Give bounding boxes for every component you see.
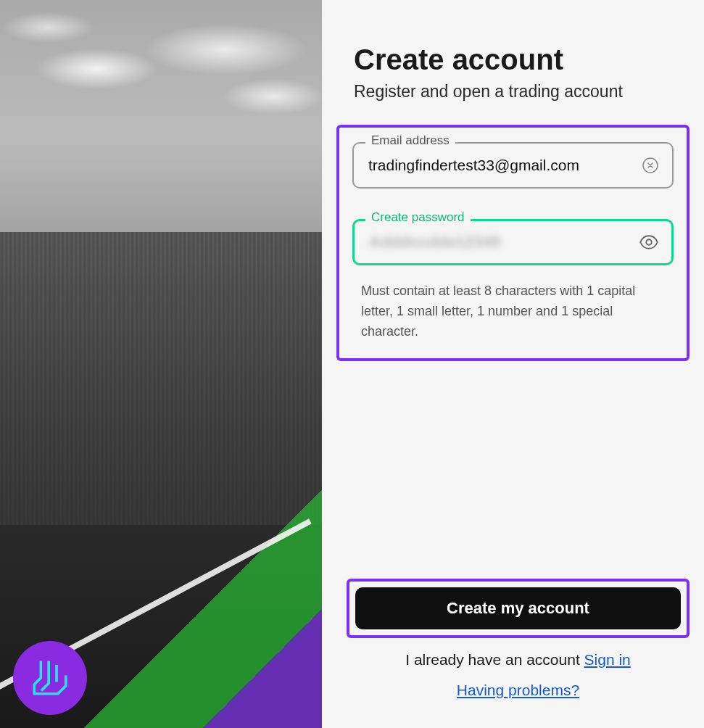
close-circle-icon — [642, 157, 659, 174]
create-account-button[interactable]: Create my account — [355, 587, 681, 629]
sign-in-link[interactable]: Sign in — [584, 651, 631, 668]
svg-point-1 — [646, 239, 651, 244]
email-field-wrap: Email address — [352, 142, 674, 189]
toggle-password-visibility-button[interactable] — [639, 232, 659, 252]
hero-image-panel — [0, 0, 322, 728]
password-label: Create password — [365, 210, 471, 225]
eye-icon — [639, 232, 659, 252]
already-have-text: I already have an account — [405, 651, 584, 668]
email-label: Email address — [365, 133, 455, 148]
signin-row: I already have an account Sign in — [354, 651, 682, 669]
email-input[interactable] — [352, 142, 674, 189]
password-input[interactable]: Adddccdde12349 — [352, 219, 674, 265]
password-masked-value: Adddccdde12349 — [369, 233, 500, 252]
page-title: Create account — [354, 44, 682, 76]
password-hint: Must contain at least 8 characters with … — [361, 281, 665, 342]
form-highlight-box: Email address Create password Adddccdde1… — [336, 125, 689, 361]
clear-email-button[interactable] — [642, 157, 659, 174]
form-panel: Create account Register and open a tradi… — [322, 0, 704, 728]
brand-logo-badge — [13, 641, 87, 715]
brand-logo-icon — [29, 657, 71, 699]
having-problems-link[interactable]: Having problems? — [354, 682, 682, 699]
page-subtitle: Register and open a trading account — [354, 82, 682, 102]
password-field-wrap: Create password Adddccdde12349 — [352, 219, 674, 265]
create-button-highlight: Create my account — [347, 579, 689, 638]
